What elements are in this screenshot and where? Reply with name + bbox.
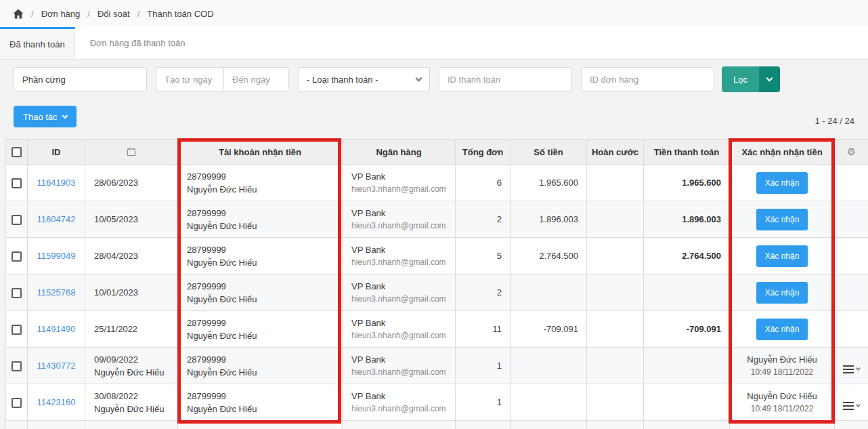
table-row: 11641903 28/06/2023 28799999 Nguyễn Đức … (6, 165, 868, 201)
account-name: Nguyễn Đức Hiếu (187, 329, 342, 342)
chevron-down-icon (856, 366, 861, 371)
date-from-input[interactable] (156, 67, 223, 91)
payment-date: 28/04/2023 (94, 249, 177, 262)
row-account-cell: 28799999 Nguyễn Đức Hiếu (178, 201, 343, 238)
row-menu-cell (835, 421, 868, 429)
row-select-cell (6, 348, 28, 384)
gear-icon[interactable]: ⚙ (847, 146, 856, 157)
payment-id-link[interactable]: 11430772 (37, 361, 76, 371)
actions-button-label: Thao tác (23, 112, 58, 122)
filter-dropdown-button[interactable] (759, 66, 780, 92)
account-name: Nguyễn Đức Hiếu (187, 366, 342, 379)
hamburger-menu-icon (843, 402, 854, 410)
select-all-checkbox[interactable] (12, 147, 22, 157)
row-checkbox[interactable] (12, 178, 22, 188)
confirmed-at: 10:49 18/11/2022 (730, 367, 834, 378)
row-checkbox[interactable] (12, 325, 22, 335)
tab-da-thanh-toan[interactable]: Đã thanh toán (0, 27, 75, 59)
row-checkbox[interactable] (12, 361, 22, 371)
row-account-cell: 28799999 Nguyễn Đức Hiếu (178, 384, 343, 421)
confirmed-block: Nguyễn Đức Hiếu 10:49 18/11/2022 (730, 390, 834, 415)
payment-id-link[interactable]: 11491490 (37, 324, 76, 334)
payment-id-input[interactable] (439, 67, 572, 91)
confirm-button[interactable]: Xác nhận (756, 245, 808, 267)
row-return-fee-cell (587, 274, 644, 311)
row-menu-cell (835, 348, 868, 384)
row-checkbox[interactable] (12, 215, 22, 225)
account-number: 28799999 (187, 390, 342, 403)
hamburger-menu-icon (843, 365, 854, 373)
row-amount-cell (511, 348, 587, 384)
row-payment-amount-cell (644, 274, 730, 311)
row-menu-cell (835, 201, 868, 238)
account-name: Nguyễn Đức Hiếu (187, 220, 342, 232)
row-date-cell: 10/01/2023 (85, 274, 178, 311)
row-checkbox[interactable] (12, 398, 22, 408)
tab-don-hang-da-thanh-toan[interactable]: Đơn hàng đã thanh toán (75, 27, 200, 59)
table-row: 11423160 30/08/2022 Nguyễn Đức Hiếu 2879… (6, 384, 868, 421)
row-bank-cell: VP Bank hieun3.nhanh@gmail.com (343, 384, 456, 421)
row-date-cell: 28/06/2023 (85, 165, 178, 201)
payment-id-link[interactable]: 11604742 (37, 214, 76, 224)
header-amount: Số tiền (511, 140, 587, 165)
row-date-cell: 25/11/2022 (85, 311, 178, 348)
row-bank-cell: VP Bank hieun3.nhanh@gmail.com (343, 274, 456, 311)
row-amount-cell: 1.896.003 (511, 201, 587, 238)
bank-email: hieun3.nhanh@gmail.com (351, 403, 455, 415)
row-id-cell: 11599049 (28, 238, 85, 274)
row-checkbox[interactable] (12, 251, 22, 262)
header-payment-amount: Tiền thanh toán (644, 140, 730, 165)
keyword-input[interactable] (14, 67, 147, 91)
chevron-down-icon (62, 113, 67, 118)
actions-row: Thao tác 1 - 24 / 24 (14, 106, 854, 127)
confirmed-at: 10:49 18/11/2022 (730, 403, 834, 415)
breadcrumb-separator: / (31, 9, 34, 19)
chevron-down-icon (766, 75, 773, 82)
row-select-cell (6, 384, 28, 421)
row-bank-cell: VP Bank hieun3.nhanh@gmail.com (343, 201, 456, 238)
bank-email: hieun3.nhanh@gmail.com (351, 366, 455, 378)
confirm-cell: Xác nhận (730, 165, 835, 201)
row-return-fee-cell (587, 201, 644, 238)
order-id-input[interactable] (581, 67, 714, 91)
row-total-orders-cell: 11 (456, 311, 511, 348)
row-total-orders-cell: 5 (456, 238, 511, 274)
filter-row: - Loại thanh toán - Lọc (14, 66, 868, 92)
row-id-cell: 11423160 (28, 384, 85, 421)
breadcrumb-item-don-hang[interactable]: Đơn hàng (41, 9, 81, 19)
row-menu[interactable] (843, 402, 860, 410)
table-row: 11525768 10/01/2023 28799999 Nguyễn Đức … (6, 274, 868, 311)
payment-id-link[interactable]: 11641903 (37, 178, 76, 188)
account-number: 28799999 (187, 280, 342, 293)
row-menu[interactable] (843, 365, 860, 373)
confirm-button[interactable]: Xác nhận (756, 209, 808, 230)
payment-creator: Nguyễn Đức Hiếu (94, 403, 177, 415)
bank-email: hieun3.nhanh@gmail.com (351, 293, 455, 305)
row-account-cell: 28799999 Nguyễn Đức Hiếu (178, 348, 343, 384)
header-settings-cell: ⚙ (835, 140, 868, 165)
filter-button[interactable]: Lọc (722, 66, 759, 92)
row-return-fee-cell (587, 421, 644, 429)
confirm-button[interactable]: Xác nhận (756, 282, 808, 304)
home-icon[interactable] (13, 9, 24, 19)
payment-id-link[interactable]: 11599049 (37, 251, 76, 261)
table-body: 11641903 28/06/2023 28799999 Nguyễn Đức … (6, 165, 868, 429)
row-account-cell: 28799999 Nguyễn Đức Hiếu (178, 165, 343, 201)
confirm-cell: Xác nhận (730, 311, 835, 348)
breadcrumb: / Đơn hàng / Đối soát / Thanh toán COD (0, 0, 868, 27)
header-return-fee: Hoàn cước (587, 140, 644, 165)
actions-button[interactable]: Thao tác (14, 106, 77, 127)
payment-id-link[interactable]: 11525768 (37, 287, 76, 298)
confirm-button[interactable]: Xác nhận (756, 319, 808, 340)
filter-button-label: Lọc (733, 75, 747, 85)
confirm-button[interactable]: Xác nhận (756, 172, 808, 194)
date-to-input[interactable] (223, 67, 289, 91)
payment-date: 30/08/2022 (94, 390, 177, 403)
payment-id-link[interactable]: 11423160 (37, 397, 76, 407)
row-menu-cell (835, 274, 868, 311)
row-checkbox[interactable] (12, 288, 22, 298)
breadcrumb-item-doi-soat[interactable]: Đối soát (97, 9, 130, 19)
row-return-fee-cell (587, 348, 644, 384)
payment-type-select[interactable]: - Loại thanh toán - (298, 67, 430, 91)
header-total-orders: Tổng đơn (456, 140, 511, 165)
